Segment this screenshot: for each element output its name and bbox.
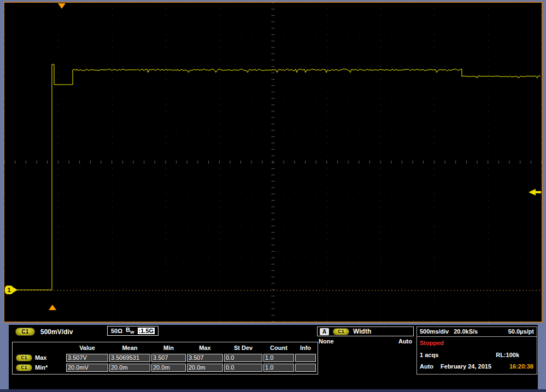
max-count: 1.0 bbox=[263, 354, 294, 362]
trigger-time-marker[interactable] bbox=[49, 305, 56, 310]
trigger-mode-row: None Auto bbox=[317, 338, 414, 345]
max-stdev: 0.0 bbox=[224, 354, 262, 362]
chassis-edge bbox=[0, 389, 546, 392]
max-max: 3.507 bbox=[187, 354, 223, 362]
header-info: Info bbox=[295, 345, 316, 351]
scope-canvas: 1 bbox=[4, 3, 542, 322]
sample-resolution: 50.0µs/pt bbox=[508, 328, 534, 335]
trigger-mode-label: Auto bbox=[420, 363, 433, 370]
bandwidth-value: :1.5G bbox=[138, 328, 155, 334]
min-stdev: 0.0 bbox=[224, 364, 262, 372]
sample-rate: 20.0kS/s bbox=[454, 328, 478, 335]
measurement-header-row: Value Mean Min Max St Dev Count Info bbox=[14, 343, 316, 353]
horizontal-readout[interactable]: 500ms/div 20.0kS/s 50.0µs/pt Stopped 1 a… bbox=[416, 326, 537, 375]
channel1-ground-arrow-icon bbox=[13, 287, 17, 293]
max-min: 3.507 bbox=[151, 354, 186, 362]
timebase-row: 500ms/div 20.0kS/s 50.0µs/pt bbox=[417, 327, 537, 337]
acquisition-status: Stopped bbox=[420, 340, 444, 346]
timebase-scale: 500ms/div bbox=[420, 328, 449, 335]
min-min: 20.0m bbox=[151, 364, 186, 372]
measurement-row-max: C1 Max 3.507V 3.5069531 3.507 3.507 0.0 … bbox=[14, 353, 316, 363]
header-min: Min bbox=[151, 345, 186, 351]
min-value: 20.0mV bbox=[66, 364, 108, 372]
trigger-type: Width bbox=[353, 328, 371, 335]
datetime-row: Auto February 24, 2015 16:20:38 bbox=[417, 363, 537, 370]
min-count: 1.0 bbox=[263, 364, 294, 372]
min-info bbox=[295, 364, 316, 372]
acquisition-count: 1 acqs bbox=[420, 352, 438, 358]
min-max: 20.0m bbox=[187, 364, 223, 372]
channel1-readout[interactable]: C1 500mV/div bbox=[15, 328, 73, 336]
channel1-termination-bandwidth[interactable]: 50Ω BW :1.5G bbox=[107, 326, 158, 336]
time-label: 16:20:38 bbox=[509, 363, 533, 370]
measurement-label-cell: C1 Min* bbox=[14, 364, 65, 371]
acquisition-row: 1 acqs RL:100k bbox=[417, 352, 537, 358]
header-stdev: St Dev bbox=[224, 345, 262, 351]
measurement-name: Min* bbox=[35, 364, 48, 371]
channel1-badge: C1 bbox=[16, 364, 32, 371]
measurement-label-cell: C1 Max bbox=[14, 354, 65, 361]
header-mean: Mean bbox=[109, 345, 150, 351]
max-info bbox=[295, 354, 316, 362]
trigger-source-badge: A bbox=[320, 328, 329, 335]
channel1-ground-badge-label: 1 bbox=[7, 287, 10, 293]
channel1-scale: 500mV/div bbox=[40, 328, 73, 336]
header-value: Value bbox=[66, 345, 108, 351]
measurement-table: Value Mean Min Max St Dev Count Info C1 … bbox=[12, 342, 318, 375]
center-axis-ticks bbox=[4, 3, 542, 322]
date-label: February 24, 2015 bbox=[441, 363, 491, 370]
measurement-name: Max bbox=[35, 354, 46, 361]
trigger-holdoff: None bbox=[319, 338, 334, 345]
header-count: Count bbox=[263, 345, 294, 351]
trigger-readout[interactable]: A C1 Width bbox=[317, 326, 414, 336]
trigger-position-marker[interactable] bbox=[58, 3, 66, 9]
header-max: Max bbox=[187, 345, 223, 351]
trigger-level-marker-tail bbox=[536, 191, 541, 193]
record-length: RL:100k bbox=[496, 352, 519, 358]
max-value: 3.507V bbox=[66, 354, 108, 362]
measurement-row-min: C1 Min* 20.0mV 20.0m 20.0m 20.0m 0.0 1.0 bbox=[14, 363, 316, 372]
trigger-mode: Auto bbox=[398, 338, 412, 345]
max-mean: 3.5069531 bbox=[109, 354, 150, 362]
trigger-level-marker[interactable] bbox=[529, 189, 536, 195]
waveform-display[interactable]: 1 bbox=[3, 2, 543, 323]
channel1-badge: C1 bbox=[15, 328, 35, 336]
min-mean: 20.0m bbox=[109, 364, 150, 372]
readout-bar: C1 500mV/div 50Ω BW :1.5G Value Mean Min… bbox=[9, 325, 538, 390]
trigger-channel-badge: C1 bbox=[333, 328, 349, 335]
channel1-badge: C1 bbox=[16, 354, 32, 361]
bandwidth-prefix: BW bbox=[126, 326, 134, 335]
channel1-impedance: 50Ω bbox=[111, 328, 122, 334]
